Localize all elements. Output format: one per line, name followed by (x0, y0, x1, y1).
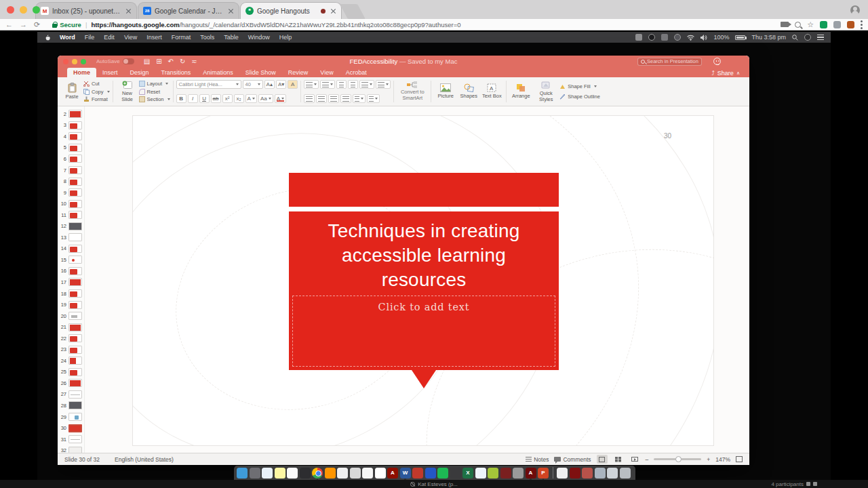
dock-document-darkred-icon[interactable] (570, 468, 580, 479)
dock-powerpoint-icon[interactable]: P (538, 468, 549, 479)
slide-thumbnail-9[interactable] (68, 188, 82, 197)
view-layout-icon[interactable]: ▤ (144, 58, 150, 65)
fullscreen-window-button[interactable] (33, 6, 40, 14)
thumbnail-row-2[interactable]: 2 (58, 108, 84, 120)
slide-thumbnail-30[interactable] (68, 424, 82, 432)
shape-fill-button[interactable]: Shape Fill (559, 83, 600, 90)
slide-thumbnail-16[interactable] (68, 267, 82, 275)
apple-menu-icon[interactable] (44, 34, 50, 41)
columns-button[interactable] (353, 94, 366, 103)
wifi-icon[interactable] (687, 35, 694, 41)
redo-button[interactable]: ↻ (180, 58, 185, 65)
character-spacing-button[interactable]: A (245, 94, 257, 103)
thumbnail-row-25[interactable]: 25 (58, 367, 84, 378)
thumbnail-row-22[interactable]: 22 (58, 333, 84, 344)
bookmark-star-icon[interactable]: ☆ (807, 21, 814, 28)
format-painter-button[interactable]: Format (83, 96, 110, 103)
dock-headphones-app-icon[interactable] (425, 468, 436, 479)
shape-outline-button[interactable]: Shape Outline (559, 93, 600, 100)
zoom-slider-thumb[interactable] (675, 456, 682, 462)
thumbnail-row-29[interactable]: 29 (58, 411, 84, 423)
menu-format[interactable]: Format (172, 34, 191, 41)
slide-canvas[interactable]: 30 Techniques in creating accessible lea… (132, 115, 714, 446)
dock-acrobat-pro-icon[interactable]: A (526, 468, 536, 479)
slide-thumbnail-22[interactable] (68, 334, 82, 342)
fit-slide-to-window-button[interactable] (736, 456, 743, 462)
slide-thumbnail-3[interactable] (68, 121, 82, 129)
dock-itunes-icon[interactable] (287, 468, 298, 479)
dock-safari-icon[interactable] (262, 468, 273, 479)
convert-smartart-button[interactable]: Convert to SmartArt (397, 79, 428, 104)
notes-button[interactable]: Notes (526, 456, 549, 463)
zoom-level-label[interactable]: 147% (715, 456, 730, 463)
slide-thumbnail-26[interactable] (68, 379, 82, 387)
thumbnail-row-24[interactable]: 24 (58, 355, 84, 367)
slide-thumbnail-4[interactable] (68, 132, 82, 140)
ppt-close-button[interactable] (63, 59, 68, 64)
slide-thumbnail-10[interactable] (68, 200, 82, 208)
slide-thumbnail-18[interactable] (68, 289, 82, 298)
ribbon-tab-transitions[interactable]: Transitions (155, 68, 197, 77)
text-box-button[interactable]: A Text Box (480, 79, 503, 104)
grow-font-button[interactable]: A▴ (264, 80, 275, 89)
ribbon-tab-slide-show[interactable]: Slide Show (239, 68, 282, 77)
undo-button[interactable]: ↶ (168, 58, 174, 65)
title-content-shape[interactable]: Techniques in creating accessible learni… (289, 211, 559, 370)
shrink-font-button[interactable]: A▾ (276, 80, 286, 89)
menu-table[interactable]: Table (224, 34, 239, 41)
dock-notes-icon[interactable] (275, 468, 285, 479)
subscript-button[interactable]: x₂ (234, 94, 244, 103)
notification-center-icon[interactable] (817, 35, 824, 41)
slide-thumbnail-14[interactable] (68, 245, 82, 253)
tab-close-icon[interactable] (228, 8, 234, 14)
menu-file[interactable]: File (85, 34, 95, 41)
autosave-switch[interactable] (123, 58, 134, 64)
minimize-window-button[interactable] (20, 6, 27, 14)
italic-button[interactable]: I (188, 94, 198, 103)
justify-button[interactable] (340, 94, 351, 103)
dock-photos-red-app-icon[interactable] (500, 468, 511, 479)
extension-icon[interactable] (833, 21, 841, 28)
align-center-button[interactable] (316, 94, 327, 103)
slide-title-text[interactable]: Techniques in creating accessible learni… (289, 219, 559, 292)
extension-icon-2[interactable] (847, 21, 854, 28)
thumbnail-row-14[interactable]: 14 (58, 243, 84, 255)
slide-thumbnail-5[interactable] (68, 144, 82, 152)
menu-word[interactable]: Word (60, 34, 75, 41)
increase-indent-button[interactable] (348, 80, 358, 89)
ppt-minimize-button[interactable] (72, 59, 77, 64)
thumbnail-row-30[interactable]: 30 (58, 422, 84, 434)
slide-thumbnail-13[interactable] (68, 233, 82, 241)
thumbnail-row-26[interactable]: 26 (58, 378, 84, 389)
security-label[interactable]: Secure (60, 21, 81, 28)
autosave-toggle[interactable]: AutoSave (96, 58, 134, 64)
save-icon[interactable]: ⊞ (156, 58, 161, 65)
slide-thumbnail-20[interactable] (68, 312, 82, 320)
normal-view-button[interactable] (597, 455, 608, 464)
thumbnail-row-28[interactable]: 28 (58, 400, 84, 411)
thumbnail-row-32[interactable]: 32 (58, 445, 84, 453)
align-text-button[interactable] (367, 94, 380, 103)
bullets-button[interactable] (304, 80, 319, 89)
dock-paint-app-icon[interactable] (412, 468, 423, 479)
slide-thumbnail-21[interactable] (68, 323, 82, 331)
dock-word-icon[interactable]: W (400, 468, 411, 479)
participants-info[interactable]: 4 participants (771, 481, 817, 487)
thumbnail-row-16[interactable]: 16 (58, 266, 84, 277)
slide-thumbnail-15[interactable] (68, 256, 82, 264)
slide-thumbnail-7[interactable] (68, 166, 82, 174)
volume-icon[interactable] (701, 35, 707, 41)
menubar-app-icon-3[interactable] (661, 34, 668, 41)
dock-android-icon[interactable] (488, 468, 498, 479)
dock-acrobat-reader-icon[interactable]: A (387, 468, 398, 479)
page-zoom-icon[interactable] (795, 22, 801, 28)
ribbon-tab-review[interactable]: Review (282, 68, 315, 77)
ribbon-tab-view[interactable]: View (314, 68, 339, 77)
thumbnail-row-23[interactable]: 23 (58, 344, 84, 355)
picture-button[interactable]: Picture (434, 79, 457, 104)
dock-spotify-icon[interactable] (437, 468, 448, 479)
menu-edit[interactable]: Edit (104, 34, 115, 41)
shapes-button[interactable]: Shapes (457, 79, 480, 104)
dock-document-white-icon[interactable] (557, 468, 568, 479)
hangouts-extension-icon[interactable] (820, 21, 827, 28)
